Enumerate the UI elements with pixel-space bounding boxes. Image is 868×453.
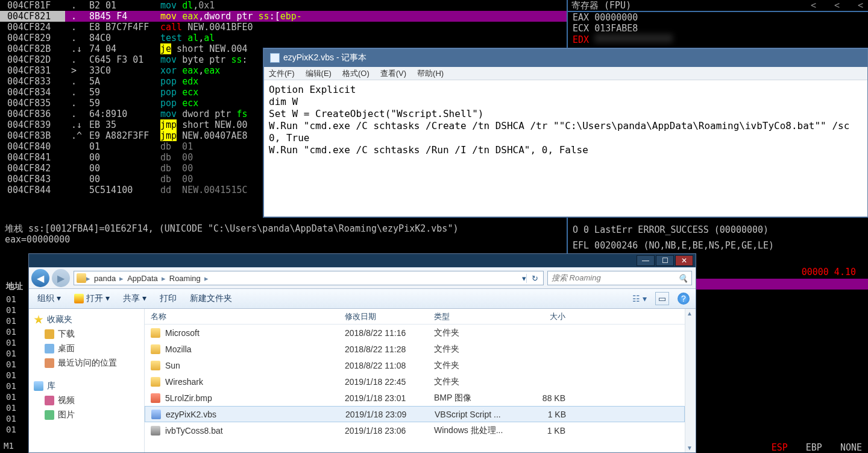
addr: 004CF82D (0, 54, 65, 65)
disasm-row[interactable]: 004CF81F.B2 01mov dl,0x1 (0, 0, 567, 11)
list-item[interactable]: ezyPixK2.vbs2019/1/18 23:09VBScript Scri… (145, 406, 685, 422)
reg-chevrons[interactable]: <<< (811, 0, 868, 11)
notepad-title: ezyPixK2.vbs - 记事本 (283, 52, 366, 63)
stack-info: 堆栈 ss:[0012FBA4]=01E62F14, (UNICODE "C:\… (5, 223, 458, 245)
refresh-icon[interactable]: ↻ (526, 274, 543, 283)
print-button[interactable]: 打印 (160, 293, 177, 304)
list-item[interactable]: ivbTyCoss8.bat2019/1/18 23:06Windows 批处理… (145, 422, 685, 439)
minimize-button[interactable]: — (637, 255, 655, 266)
maximize-button[interactable]: ☐ (656, 255, 674, 266)
list-item[interactable]: Mozilla2018/8/22 11:28文件夹 (145, 341, 685, 357)
organize-button[interactable]: 组织 ▾ (37, 293, 61, 304)
search-icon[interactable]: 🔍 (678, 274, 688, 283)
mark: . (65, 22, 89, 33)
hex-row: 01 (6, 391, 28, 402)
disasm-row[interactable]: 004CF821.8B45 F4mov eax,dword ptr ss:[eb… (0, 11, 567, 22)
notepad-titlebar[interactable]: ezyPixK2.vbs - 记事本 (264, 49, 867, 67)
download-icon (45, 329, 54, 339)
scroll-down-icon[interactable]: ▼ (687, 445, 693, 451)
none-label: NONE (840, 442, 862, 453)
bytes: C645 F3 01 (89, 54, 158, 65)
recent-icon (45, 358, 54, 368)
scroll-up-icon[interactable]: ▲ (687, 310, 693, 317)
forward-button[interactable]: ▶ (52, 269, 70, 287)
bytes: 59 (89, 87, 158, 98)
col-size[interactable]: 大小 (517, 311, 571, 322)
sidebar-item-video[interactable]: 视频 (34, 393, 139, 408)
col-date[interactable]: 修改日期 (339, 311, 428, 322)
list-header[interactable]: 名称 修改日期 类型 大小 (145, 309, 685, 325)
bytes: 8B45 F4 (89, 11, 158, 22)
newfolder-button[interactable]: 新建文件夹 (190, 293, 232, 304)
explorer-toolbar: 组织 ▾ 打开 ▾ 共享 ▾ 打印 新建文件夹 ☷ ▾ ▭ ? (29, 289, 696, 309)
scrollbar[interactable]: ▲ ▼ (685, 309, 696, 452)
list-item[interactable]: Wireshark2019/1/18 22:45文件夹 (145, 373, 685, 390)
list-item[interactable]: 5LrolZir.bmp2019/1/18 23:01BMP 图像88 KB (145, 390, 685, 406)
disasm-row[interactable]: 004CF829.84C0test al,al (0, 33, 567, 43)
bytes: B2 01 (89, 0, 158, 11)
efl-line: EFL 00200246 (NO,NB,E,BE,NS,PE,GE,LE) (568, 240, 868, 251)
file-date: 2019/1/18 23:09 (339, 410, 429, 419)
menu-edit[interactable]: 编辑(E) (306, 68, 332, 79)
star-icon (34, 315, 43, 325)
notepad-menu[interactable]: 文件(F) 编辑(E) 格式(O) 查看(V) 帮助(H) (264, 67, 867, 80)
sidebar-favorites[interactable]: 收藏夹 (47, 314, 72, 325)
list-item[interactable]: Sun2018/8/22 11:08文件夹 (145, 357, 685, 373)
help-icon[interactable]: ? (678, 293, 690, 305)
mark (65, 174, 89, 185)
crumb-appdata[interactable]: AppData (124, 274, 162, 283)
instruction: test al,al (158, 33, 567, 43)
share-button[interactable]: 共享 ▾ (123, 293, 146, 304)
chevron-left-icon[interactable]: < (834, 0, 840, 11)
addr: 004CF82B (0, 43, 65, 54)
crumb-roaming[interactable]: Roaming (166, 274, 204, 283)
crumb-panda[interactable]: panda (90, 274, 119, 283)
status-bar: ESP EBP NONE (766, 442, 868, 453)
col-name[interactable]: 名称 (145, 311, 339, 322)
bytes: E9 A882F3FF (89, 130, 158, 141)
col-type[interactable]: 类型 (428, 311, 517, 322)
notepad-body[interactable]: Option Explicit dim W Set W = CreateObje… (264, 80, 867, 160)
file-name: 5LrolZir.bmp (165, 393, 212, 403)
sidebar-item-pictures[interactable]: 图片 (34, 408, 139, 422)
view-button[interactable]: ☷ ▾ (632, 294, 647, 303)
explorer-sidebar[interactable]: 收藏夹 下载 桌面 最近访问的位置 库 视频 图片 (29, 309, 145, 452)
search-box[interactable]: 搜索 Roaming 🔍 (547, 271, 692, 285)
disasm-row[interactable]: 004CF824.E8 B7C7F4FFcall NEW.0041BFE0 (0, 22, 567, 33)
close-button[interactable]: ✕ (675, 255, 693, 266)
esp-label: ESP (772, 442, 788, 453)
menu-help[interactable]: 帮助(H) (417, 68, 444, 79)
bytes: EB 35 (89, 119, 158, 130)
list-item[interactable]: Microsoft2018/8/22 11:16文件夹 (145, 325, 685, 341)
reg-value: 013FABE8 (594, 23, 638, 34)
bytes: 84C0 (89, 33, 158, 43)
notepad-window[interactable]: ezyPixK2.vbs - 记事本 文件(F) 编辑(E) 格式(O) 查看(… (263, 48, 868, 217)
open-button[interactable]: 打开 ▾ (74, 293, 110, 304)
mark: > (65, 65, 89, 76)
sidebar-library[interactable]: 库 (47, 381, 55, 391)
file-date: 2019/1/18 23:01 (339, 393, 428, 403)
menu-view[interactable]: 查看(V) (380, 68, 406, 79)
sidebar-item-recent[interactable]: 最近访问的位置 (34, 356, 139, 370)
file-type: BMP 图像 (428, 393, 517, 404)
addr: 004CF843 (0, 174, 65, 185)
menu-file[interactable]: 文件(F) (269, 68, 295, 79)
sidebar-item-downloads[interactable]: 下载 (34, 327, 139, 341)
explorer-filelist[interactable]: 名称 修改日期 类型 大小 Microsoft2018/8/22 11:16文件… (145, 309, 685, 452)
menu-format[interactable]: 格式(O) (342, 68, 370, 79)
file-type: 文件夹 (428, 360, 517, 371)
chevron-left-icon[interactable]: < (811, 0, 816, 11)
preview-button[interactable]: ▭ (655, 292, 669, 305)
open-icon (74, 294, 84, 303)
mark: . (65, 0, 89, 11)
address-bar[interactable]: ▸ panda▸ AppData▸ Roaming▸ ▾ ↻ (74, 271, 544, 285)
back-button[interactable]: ◀ (31, 269, 49, 287)
lasterr-line: O 0 LastErr ERROR_SUCCESS (00000000) (568, 224, 868, 235)
explorer-window[interactable]: — ☐ ✕ ◀ ▶ ▸ panda▸ AppData▸ Roaming▸ ▾ ↻… (28, 253, 696, 453)
sidebar-item-desktop[interactable]: 桌面 (34, 341, 139, 356)
addr: 004CF829 (0, 33, 65, 43)
file-date: 2019/1/18 23:06 (339, 426, 428, 436)
hex-pane[interactable]: 地址 01010101010101010101010101 (0, 280, 28, 453)
file-date: 2018/8/22 11:28 (339, 344, 428, 354)
chevron-left-icon[interactable]: < (858, 0, 863, 11)
